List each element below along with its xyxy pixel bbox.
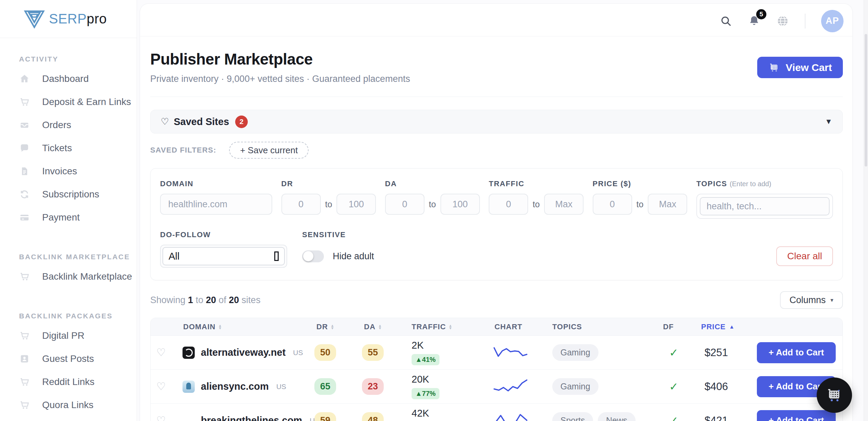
domain-filter-input[interactable] [160, 194, 272, 215]
sidebar-item-tickets[interactable]: Tickets [0, 137, 137, 160]
domain-filter-label: DOMAIN [160, 179, 272, 188]
site-domain[interactable]: alternativeway.net [201, 347, 285, 358]
user-avatar[interactable]: AP [821, 10, 844, 32]
brand-name: SERPpro [49, 11, 107, 27]
columns-dropdown-button[interactable]: Columns ▾ [780, 291, 843, 309]
dofollow-check-icon: ✓ [652, 346, 683, 359]
sidebar: SERPpro ACTIVITY Dashboard Deposit & Ear… [0, 0, 137, 421]
save-current-filter-button[interactable]: + Save current [229, 142, 309, 159]
favorite-heart-icon[interactable]: ♡ [156, 346, 166, 359]
page-scrollbar[interactable] [864, 0, 868, 421]
header-divider [150, 97, 843, 97]
results-bar: Showing 1 to 20 of 20 sites Columns ▾ [150, 291, 843, 309]
traffic-max-input[interactable] [544, 194, 584, 215]
heart-icon: ♡ [161, 116, 169, 127]
sidebar-item-subscriptions[interactable]: Subscriptions [0, 183, 137, 206]
cart-icon [19, 271, 30, 282]
site-domain[interactable]: breakingthelines.com [201, 415, 302, 421]
traffic-sparkline [493, 343, 528, 363]
price-max-input[interactable] [648, 194, 687, 215]
topic-chip: Gaming [552, 344, 598, 361]
site-country: US [276, 383, 286, 391]
home-icon [19, 73, 30, 84]
traffic-sparkline [493, 377, 528, 397]
topbar-divider [805, 14, 805, 29]
favorite-heart-icon[interactable]: ♡ [156, 414, 166, 421]
price-value: $251 [683, 347, 740, 359]
sidebar-item-deposit-earn-links[interactable]: Deposit & Earn Links [0, 90, 137, 113]
header-price[interactable]: PRICE ▲ [683, 322, 740, 331]
sidebar-item-label: Deposit & Earn Links [42, 97, 131, 107]
scrollbar-thumb[interactable] [865, 34, 867, 166]
chevron-down-icon: ▾ [830, 297, 833, 304]
sidebar-item-label: Backlink Marketplace [42, 271, 132, 282]
sidebar-item-reddit-links[interactable]: Reddit Links [0, 370, 137, 393]
favorite-heart-icon[interactable]: ♡ [156, 380, 166, 393]
sort-icon: ▴▾ [331, 324, 334, 330]
da-max-input[interactable] [440, 194, 480, 215]
chevron-down-icon: ▼ [825, 117, 832, 126]
add-to-cart-button[interactable]: + Add to Cart [757, 410, 836, 421]
sidebar-item-label: Invoices [42, 166, 77, 177]
header-da[interactable]: DA ▴▾ [349, 322, 397, 331]
da-badge: 48 [362, 412, 384, 421]
filter-price: PRICE ($) to [593, 179, 688, 219]
header-chart: CHART [480, 322, 541, 331]
add-to-cart-button[interactable]: + Add to Cart [757, 342, 836, 363]
sidebar-item-label: Dashboard [42, 73, 89, 84]
filter-topics: TOPICS (Enter to add) [696, 179, 833, 219]
floating-cart-button[interactable] [817, 378, 852, 413]
sort-icon: ▴▾ [379, 324, 382, 330]
page-title: Publisher Marketplace [150, 50, 410, 68]
dofollow-check-icon: ✓ [652, 414, 683, 421]
traffic-value: 2K [412, 340, 480, 351]
dofollow-selected-value: All [169, 251, 179, 262]
saved-sites-label: Saved Sites [174, 116, 229, 127]
hide-adult-toggle[interactable] [302, 250, 324, 262]
view-cart-button[interactable]: View Cart [757, 57, 843, 78]
sidebar-item-digital-pr[interactable]: Digital PR [0, 324, 137, 347]
price-min-input[interactable] [593, 194, 632, 215]
traffic-min-input[interactable] [489, 194, 528, 215]
columns-label: Columns [789, 295, 826, 305]
dr-min-input[interactable] [281, 194, 321, 215]
price-value: $421 [683, 415, 740, 421]
dofollow-check-icon: ✓ [652, 380, 683, 393]
header-topics: TOPICS [541, 322, 652, 331]
filter-dofollow: DO-FOLLOW All [160, 230, 287, 268]
header-traffic[interactable]: TRAFFIC ▴▾ [397, 322, 480, 331]
sidebar-item-label: Orders [42, 120, 71, 130]
dr-badge: 50 [314, 344, 336, 361]
site-domain[interactable]: aliensync.com [201, 381, 269, 392]
sidebar-item-backlink-marketplace[interactable]: Backlink Marketplace [0, 265, 137, 288]
header-domain[interactable]: DOMAIN ▴▾ [172, 322, 301, 331]
globe-language-icon[interactable] [776, 15, 789, 28]
notifications-bell-icon[interactable]: 5 [748, 15, 761, 28]
filter-sensitive: SENSITIVE Hide adult [302, 230, 374, 268]
notification-count-badge: 5 [756, 9, 766, 19]
da-badge: 55 [362, 344, 384, 361]
sidebar-item-payment[interactable]: Payment [0, 206, 137, 229]
sidebar-item-quora-links[interactable]: Quora Links [0, 393, 137, 417]
saved-sites-accordion[interactable]: ♡ Saved Sites 2 ▼ [150, 110, 843, 134]
traffic-value: 20K [412, 374, 480, 385]
brand-logo[interactable]: SERPpro [0, 0, 137, 38]
person-icon [19, 353, 30, 364]
traffic-trend-badge: ▲41% [412, 354, 439, 365]
site-favicon [183, 347, 195, 359]
sidebar-item-orders[interactable]: Orders [0, 113, 137, 137]
header-dr[interactable]: DR ▴▾ [301, 322, 349, 331]
chat-icon [19, 143, 30, 154]
topics-filter-hint: (Enter to add) [730, 180, 771, 188]
dofollow-filter-label: DO-FOLLOW [160, 230, 287, 239]
da-min-input[interactable] [385, 194, 424, 215]
sidebar-item-invoices[interactable]: Invoices [0, 160, 137, 183]
topics-filter-input[interactable] [700, 197, 830, 215]
clear-all-filters-button[interactable]: Clear all [776, 246, 833, 266]
sidebar-item-guest-posts[interactable]: Guest Posts [0, 347, 137, 370]
dr-max-input[interactable] [336, 194, 376, 215]
search-icon[interactable] [720, 15, 732, 27]
dofollow-select[interactable]: All [160, 245, 287, 268]
sidebar-item-dashboard[interactable]: Dashboard [0, 67, 137, 90]
cart-icon [825, 386, 844, 405]
